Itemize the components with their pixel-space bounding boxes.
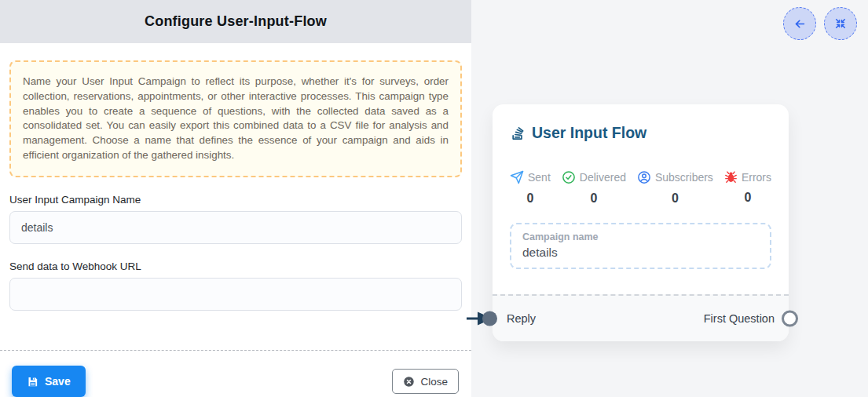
stats-row: Sent 0 Delivered (510, 170, 771, 206)
panel-body: Name your User Input Campaign to reflect… (0, 43, 471, 318)
check-circle-icon (562, 170, 576, 184)
info-text: Name your User Input Campaign to reflect… (23, 75, 449, 161)
webhook-url-label: Send data to Webhook URL (9, 260, 462, 272)
flow-canvas: User Input Flow Sent 0 (471, 0, 868, 397)
compress-icon (834, 17, 847, 30)
save-icon (27, 376, 38, 388)
panel-footer: Save Close (0, 351, 471, 397)
stat-errors: Errors 0 (724, 170, 771, 206)
campaign-name-label: User Input Campaign Name (9, 194, 462, 206)
back-arrow-icon (793, 17, 807, 31)
compress-button[interactable] (824, 7, 857, 40)
user-input-flow-node[interactable]: User Input Flow Sent 0 (493, 104, 789, 341)
stat-subscribers: Subscribers 0 (637, 170, 713, 206)
webhook-url-input[interactable] (9, 278, 462, 311)
stack-icon (510, 126, 526, 141)
campaign-name-box: Campaign name details (510, 223, 771, 269)
close-icon (403, 376, 415, 388)
first-question-source-handle[interactable] (782, 311, 798, 327)
app: Configure User-Input-Flow Name your User… (0, 0, 868, 397)
node-title-label: User Input Flow (532, 124, 646, 142)
configure-panel: Configure User-Input-Flow Name your User… (0, 0, 471, 397)
reply-label: Reply (507, 312, 536, 325)
send-icon (510, 170, 524, 184)
stat-sent-label: Sent (528, 171, 551, 184)
panel-header: Configure User-Input-Flow (0, 0, 471, 43)
stat-delivered: Delivered 0 (562, 170, 626, 206)
page-title: Configure User-Input-Flow (145, 13, 327, 30)
close-button-label: Close (420, 376, 448, 388)
campaign-box-value: details (522, 246, 759, 260)
first-question-label: First Question (704, 312, 775, 325)
stat-sent-value: 0 (526, 191, 533, 206)
subscriber-icon (637, 170, 651, 184)
stat-delivered-value: 0 (590, 191, 597, 206)
stat-errors-label: Errors (742, 171, 771, 184)
stat-errors-value: 0 (744, 191, 751, 205)
info-box: Name your User Input Campaign to reflect… (9, 60, 462, 177)
save-button[interactable]: Save (12, 366, 86, 397)
reply-target-handle[interactable] (482, 311, 497, 326)
node-body: User Input Flow Sent 0 (493, 104, 789, 294)
node-footer: Reply First Question (493, 294, 789, 341)
close-button[interactable]: Close (392, 369, 459, 394)
bug-icon (724, 170, 738, 184)
node-title: User Input Flow (510, 124, 771, 142)
stat-subscribers-value: 0 (672, 191, 679, 206)
campaign-name-input[interactable] (9, 211, 462, 244)
save-button-label: Save (45, 375, 71, 388)
stat-subscribers-label: Subscribers (655, 171, 713, 184)
stat-delivered-label: Delivered (580, 171, 626, 184)
back-button[interactable] (783, 7, 816, 40)
stat-sent: Sent 0 (510, 170, 551, 206)
campaign-box-label: Campaign name (522, 231, 759, 242)
